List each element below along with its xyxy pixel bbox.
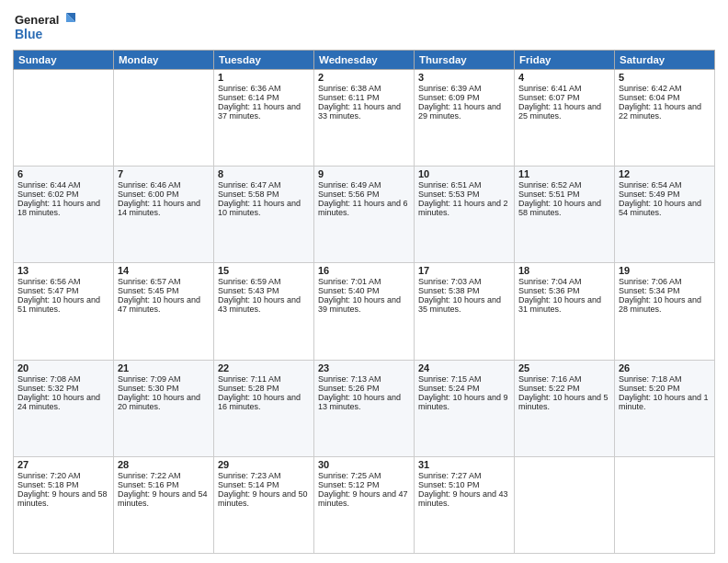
day-info: Sunset: 5:30 PM — [118, 384, 210, 393]
week-row-1: 1Sunrise: 6:36 AMSunset: 6:14 PMDaylight… — [14, 70, 715, 167]
day-info: Daylight: 10 hours and 54 minutes. — [619, 199, 711, 217]
day-info: Sunset: 5:18 PM — [17, 480, 109, 489]
day-info: Sunset: 6:02 PM — [17, 190, 109, 199]
day-number: 28 — [118, 459, 210, 470]
day-info: Sunrise: 7:06 AM — [619, 277, 711, 286]
day-info: Daylight: 11 hours and 6 minutes. — [318, 199, 410, 217]
day-number: 14 — [118, 265, 210, 276]
week-row-4: 20Sunrise: 7:08 AMSunset: 5:32 PMDayligh… — [14, 360, 715, 456]
day-info: Sunrise: 6:49 AM — [318, 180, 410, 190]
day-number: 7 — [118, 168, 210, 179]
day-info: Daylight: 11 hours and 2 minutes. — [418, 199, 510, 217]
day-info: Sunrise: 7:27 AM — [418, 471, 510, 480]
day-info: Daylight: 10 hours and 1 minute. — [619, 393, 711, 411]
calendar-cell — [114, 70, 214, 167]
calendar-cell: 18Sunrise: 7:04 AMSunset: 5:36 PMDayligh… — [515, 263, 615, 360]
day-info: Daylight: 10 hours and 47 minutes. — [118, 295, 210, 314]
day-info: Sunset: 6:09 PM — [418, 93, 510, 102]
calendar-cell: 7Sunrise: 6:46 AMSunset: 6:00 PMDaylight… — [114, 167, 214, 263]
calendar-cell: 29Sunrise: 7:23 AMSunset: 5:14 PMDayligh… — [214, 456, 314, 553]
weekday-header-monday: Monday — [114, 51, 214, 70]
day-number: 15 — [218, 265, 310, 276]
calendar-cell — [515, 456, 615, 553]
day-info: Daylight: 10 hours and 58 minutes. — [518, 199, 610, 217]
day-info: Daylight: 10 hours and 9 minutes. — [418, 393, 510, 411]
day-info: Sunset: 5:24 PM — [418, 384, 510, 393]
day-info: Sunrise: 6:41 AM — [518, 84, 610, 93]
day-info: Sunrise: 7:16 AM — [518, 374, 610, 384]
week-row-3: 13Sunrise: 6:56 AMSunset: 5:47 PMDayligh… — [14, 263, 715, 360]
day-number: 5 — [619, 72, 711, 83]
weekday-header-wednesday: Wednesday — [314, 51, 415, 70]
day-info: Daylight: 10 hours and 51 minutes. — [17, 295, 109, 314]
day-info: Sunset: 6:07 PM — [518, 93, 610, 102]
day-info: Daylight: 11 hours and 14 minutes. — [118, 199, 210, 217]
calendar-cell — [14, 70, 114, 167]
logo: General Blue — [13, 9, 77, 44]
day-info: Daylight: 10 hours and 16 minutes. — [218, 393, 310, 411]
day-info: Sunset: 5:36 PM — [518, 286, 610, 295]
day-info: Daylight: 10 hours and 31 minutes. — [518, 295, 610, 314]
day-info: Sunrise: 7:18 AM — [619, 374, 711, 384]
weekday-header-thursday: Thursday — [415, 51, 515, 70]
calendar-cell: 24Sunrise: 7:15 AMSunset: 5:24 PMDayligh… — [415, 360, 515, 456]
day-number: 18 — [518, 265, 610, 276]
calendar-cell: 31Sunrise: 7:27 AMSunset: 5:10 PMDayligh… — [415, 456, 515, 553]
day-info: Sunrise: 6:52 AM — [518, 180, 610, 190]
day-info: Daylight: 10 hours and 28 minutes. — [619, 295, 711, 314]
calendar-cell: 21Sunrise: 7:09 AMSunset: 5:30 PMDayligh… — [114, 360, 214, 456]
calendar-cell: 12Sunrise: 6:54 AMSunset: 5:49 PMDayligh… — [615, 167, 715, 263]
calendar-cell: 3Sunrise: 6:39 AMSunset: 6:09 PMDaylight… — [415, 70, 515, 167]
day-info: Sunrise: 6:47 AM — [218, 180, 310, 190]
day-info: Sunrise: 6:38 AM — [318, 84, 410, 93]
calendar-cell: 20Sunrise: 7:08 AMSunset: 5:32 PMDayligh… — [14, 360, 114, 456]
calendar-cell: 16Sunrise: 7:01 AMSunset: 5:40 PMDayligh… — [314, 263, 415, 360]
calendar-cell: 15Sunrise: 6:59 AMSunset: 5:43 PMDayligh… — [214, 263, 314, 360]
day-info: Daylight: 10 hours and 20 minutes. — [118, 393, 210, 411]
day-info: Daylight: 9 hours and 54 minutes. — [118, 489, 210, 508]
day-info: Daylight: 10 hours and 13 minutes. — [318, 393, 410, 411]
calendar-cell: 26Sunrise: 7:18 AMSunset: 5:20 PMDayligh… — [615, 360, 715, 456]
week-row-2: 6Sunrise: 6:44 AMSunset: 6:02 PMDaylight… — [14, 167, 715, 263]
day-info: Daylight: 9 hours and 58 minutes. — [17, 489, 109, 508]
day-info: Sunset: 5:14 PM — [218, 480, 310, 489]
day-info: Sunrise: 7:04 AM — [518, 277, 610, 286]
calendar-cell: 22Sunrise: 7:11 AMSunset: 5:28 PMDayligh… — [214, 360, 314, 456]
day-info: Sunset: 5:45 PM — [118, 286, 210, 295]
weekday-header-sunday: Sunday — [14, 51, 114, 70]
calendar-cell: 28Sunrise: 7:22 AMSunset: 5:16 PMDayligh… — [114, 456, 214, 553]
day-info: Sunset: 5:12 PM — [318, 480, 410, 489]
day-info: Sunset: 5:20 PM — [619, 384, 711, 393]
day-info: Sunset: 5:22 PM — [518, 384, 610, 393]
calendar-cell: 8Sunrise: 6:47 AMSunset: 5:58 PMDaylight… — [214, 167, 314, 263]
calendar-cell: 14Sunrise: 6:57 AMSunset: 5:45 PMDayligh… — [114, 263, 214, 360]
day-info: Sunset: 5:47 PM — [17, 286, 109, 295]
day-info: Daylight: 10 hours and 5 minutes. — [518, 393, 610, 411]
day-info: Sunrise: 6:39 AM — [418, 84, 510, 93]
calendar-cell — [615, 456, 715, 553]
svg-text:General: General — [15, 13, 59, 27]
day-info: Sunrise: 7:23 AM — [218, 471, 310, 480]
weekday-header-tuesday: Tuesday — [214, 51, 314, 70]
day-info: Sunrise: 6:44 AM — [17, 180, 109, 190]
day-number: 27 — [17, 459, 109, 470]
day-info: Sunset: 5:51 PM — [518, 190, 610, 199]
logo-svg: General Blue — [13, 9, 77, 44]
day-number: 22 — [218, 362, 310, 373]
day-info: Sunset: 5:26 PM — [318, 384, 410, 393]
page: General Blue SundayMondayTuesdayWednesda… — [0, 0, 728, 563]
day-info: Daylight: 10 hours and 39 minutes. — [318, 295, 410, 314]
day-info: Sunrise: 6:46 AM — [118, 180, 210, 190]
day-number: 13 — [17, 265, 109, 276]
calendar-cell: 1Sunrise: 6:36 AMSunset: 6:14 PMDaylight… — [214, 70, 314, 167]
calendar-cell: 27Sunrise: 7:20 AMSunset: 5:18 PMDayligh… — [14, 456, 114, 553]
weekday-header-friday: Friday — [515, 51, 615, 70]
header: General Blue — [13, 9, 715, 44]
weekday-header-saturday: Saturday — [615, 51, 715, 70]
day-info: Daylight: 10 hours and 24 minutes. — [17, 393, 109, 411]
day-number: 10 — [418, 168, 510, 179]
day-info: Sunset: 5:10 PM — [418, 480, 510, 489]
day-info: Sunset: 5:28 PM — [218, 384, 310, 393]
calendar-cell: 6Sunrise: 6:44 AMSunset: 6:02 PMDaylight… — [14, 167, 114, 263]
day-info: Sunrise: 6:42 AM — [619, 84, 711, 93]
